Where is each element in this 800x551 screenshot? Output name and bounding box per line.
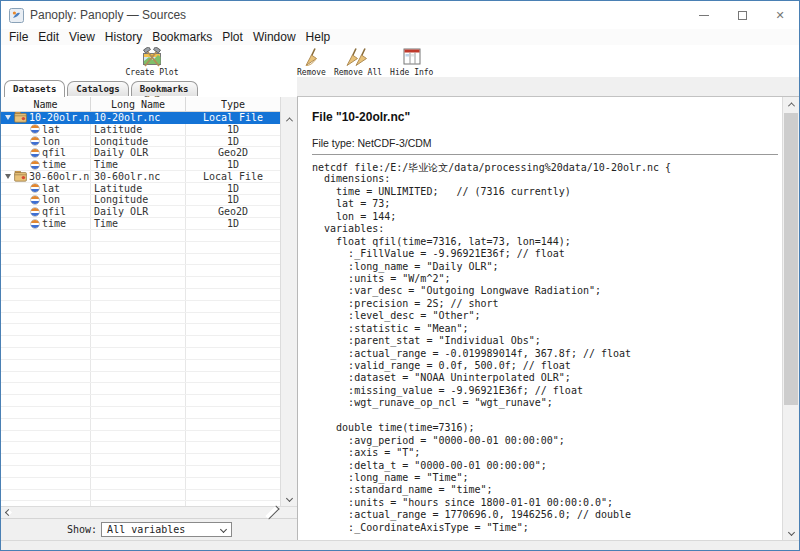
- table-row-empty: [1, 372, 280, 384]
- main-area: Name Long Name Type 10-20olr.nc10-20olr.…: [1, 97, 799, 540]
- table-row-lon[interactable]: lonLongitude1D: [1, 195, 280, 207]
- minimize-button[interactable]: [685, 1, 723, 29]
- code-line: variables:: [312, 223, 778, 235]
- menu-edit[interactable]: Edit: [33, 30, 64, 44]
- table-row-lon[interactable]: lonLongitude1D: [1, 136, 280, 148]
- variable-icon: [30, 148, 40, 158]
- table-row-time[interactable]: timeTime1D: [1, 218, 280, 230]
- variable-icon: [30, 183, 40, 193]
- title-bar: Panoply: Panoply — Sources ✕: [1, 1, 799, 29]
- app-window: Panoply: Panoply — Sources ✕ FileEditVie…: [0, 0, 800, 551]
- remove-icon: [302, 46, 320, 67]
- table-row-lat[interactable]: latLatitude1D: [1, 183, 280, 195]
- table-row-30-60olr.nc[interactable]: 30-60olr.nc30-60olr.ncLocal File: [1, 171, 280, 183]
- table-row-qfil[interactable]: qfilDaily OLRGeo2D: [1, 147, 280, 159]
- row-name: lat: [42, 183, 60, 194]
- menu-file[interactable]: File: [4, 30, 33, 44]
- table-row-empty: [1, 313, 280, 325]
- menu-window[interactable]: Window: [248, 30, 301, 44]
- table-row-empty: [1, 242, 280, 254]
- table-row-empty: [1, 348, 280, 360]
- table-row-empty: [1, 360, 280, 372]
- scroll-right-button[interactable]: [265, 507, 280, 518]
- code-line: :axis = "T";: [312, 447, 778, 459]
- row-name: time: [42, 159, 66, 170]
- column-header-type[interactable]: Type: [186, 97, 280, 111]
- toolbar-button-label: Create Plot: [126, 68, 179, 77]
- maximize-button[interactable]: [723, 1, 761, 29]
- table-body: 10-20olr.nc10-20olr.ncLocal FilelatLatit…: [1, 112, 280, 506]
- row-name: 10-20olr.nc: [29, 112, 91, 123]
- code-line: :actual_range = -0.019989014f, 367.8f; /…: [312, 348, 778, 360]
- scroll-left-button[interactable]: [1, 507, 16, 518]
- info-vertical-scrollbar[interactable]: [782, 97, 799, 540]
- variable-icon: [30, 219, 40, 229]
- remove-button[interactable]: Remove: [297, 45, 326, 77]
- expander-icon[interactable]: [5, 174, 11, 179]
- create-plot-icon: [141, 46, 163, 67]
- variable-icon: [30, 124, 40, 134]
- create-plot-button[interactable]: Create Plot: [7, 45, 297, 77]
- row-type: Geo2D: [186, 147, 280, 158]
- remove-all-button[interactable]: Remove All: [334, 45, 382, 77]
- show-variables-select[interactable]: All variables: [101, 522, 232, 537]
- code-line: :precision = 2S; // short: [312, 298, 778, 310]
- scroll-up-button[interactable]: [783, 97, 799, 112]
- table-row-empty: [1, 230, 280, 242]
- tab-datasets[interactable]: Datasets: [4, 80, 65, 97]
- file-title: File "10-20olr.nc": [312, 110, 778, 124]
- table-row-empty: [1, 301, 280, 313]
- close-icon: ✕: [775, 10, 784, 21]
- code-line: :units = "W/m^2";: [312, 273, 778, 285]
- code-line: :valid_range = 0.0f, 500.0f; // float: [312, 360, 778, 372]
- menu-view[interactable]: View: [64, 30, 100, 44]
- dataset-icon: [14, 171, 27, 182]
- column-header-name[interactable]: Name: [1, 97, 91, 111]
- table-row-empty: [1, 395, 280, 407]
- scroll-down-button[interactable]: [783, 525, 799, 540]
- scroll-down-button[interactable]: [281, 491, 297, 506]
- row-long-name: Daily OLR: [91, 206, 186, 217]
- variable-icon: [30, 136, 40, 146]
- code-line: :_FillValue = -9.96921E36f; // float: [312, 248, 778, 260]
- tab-bar: DatasetsCatalogsBookmarks: [1, 79, 799, 97]
- show-label: Show:: [67, 524, 97, 535]
- menu-bookmarks[interactable]: Bookmarks: [147, 30, 217, 44]
- status-bar: [1, 540, 799, 550]
- menu-history[interactable]: History: [100, 30, 147, 44]
- row-long-name: Longitude: [91, 136, 186, 147]
- menu-help[interactable]: Help: [301, 30, 336, 44]
- column-header-long-name[interactable]: Long Name: [91, 97, 186, 111]
- code-line: float qfil(time=7316, lat=73, lon=144);: [312, 236, 778, 248]
- table-row-time[interactable]: timeTime1D: [1, 159, 280, 171]
- code-line: :level_desc = "Other";: [312, 310, 778, 322]
- table-horizontal-scrollbar[interactable]: [1, 506, 297, 518]
- scroll-up-button[interactable]: [281, 112, 297, 127]
- row-type: 1D: [186, 183, 280, 194]
- code-line: netcdf file:/E:/毕业论文/data/processing%20d…: [312, 161, 778, 173]
- table-row-qfil[interactable]: qfilDaily OLRGeo2D: [1, 206, 280, 218]
- row-long-name: 30-60olr.nc: [91, 171, 186, 182]
- chevron-down-icon: [285, 495, 292, 502]
- code-line: dimensions:: [312, 173, 778, 185]
- row-type: 1D: [186, 124, 280, 135]
- row-name: lon: [42, 195, 60, 206]
- menu-plot[interactable]: Plot: [217, 30, 248, 44]
- row-name: qfil: [42, 206, 66, 217]
- table-vertical-scrollbar[interactable]: [280, 97, 297, 506]
- table-row-empty: [1, 277, 280, 289]
- expander-icon[interactable]: [5, 115, 11, 120]
- row-type: 1D: [186, 136, 280, 147]
- table-row-empty: [1, 431, 280, 443]
- table-row-empty: [1, 289, 280, 301]
- code-line: :statistic = "Mean";: [312, 323, 778, 335]
- code-line: :parent_stat = "Individual Obs";: [312, 335, 778, 347]
- tab-bookmarks[interactable]: Bookmarks: [131, 81, 198, 96]
- table-row-10-20olr.nc[interactable]: 10-20olr.nc10-20olr.ncLocal File: [1, 112, 280, 124]
- close-button[interactable]: ✕: [761, 1, 799, 29]
- hide-info-button[interactable]: Hide Info: [390, 45, 433, 77]
- table-row-lat[interactable]: latLatitude1D: [1, 124, 280, 136]
- scrollbar-thumb[interactable]: [784, 113, 798, 405]
- maximize-icon: [738, 11, 747, 20]
- tab-catalogs[interactable]: Catalogs: [67, 81, 128, 96]
